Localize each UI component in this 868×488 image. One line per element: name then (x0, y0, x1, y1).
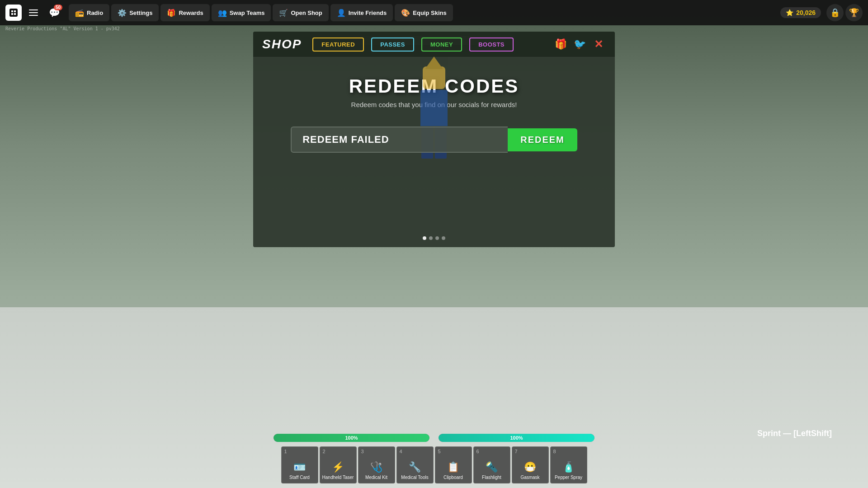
shop-header: SHOP FEATURED PASSES MONEY BOOSTS 🎁 🐦 ✕ (253, 32, 615, 57)
staff-card-label: Staff Card (289, 475, 310, 480)
clipboard-icon: 📋 (447, 461, 459, 473)
redeem-input[interactable] (291, 127, 508, 153)
inv-slot-4[interactable]: 4 🔧 Medical Tools (396, 446, 434, 483)
handheld-taser-label: Handheld Taser (322, 475, 354, 480)
inv-slot-2[interactable]: 2 ⚡ Handheld Taser (320, 446, 357, 483)
trophy-button[interactable]: 🏆 (845, 4, 863, 21)
tab-boosts[interactable]: BOOSTS (469, 38, 514, 52)
armor-bar: 100% (439, 434, 594, 442)
slot-number-1: 1 (284, 449, 287, 454)
slot-number-6: 6 (476, 449, 479, 454)
slot-number-4: 4 (400, 449, 402, 454)
staff-card-icon: 🪪 (293, 461, 306, 473)
armor-bar-text: 100% (510, 435, 523, 441)
flashlight-label: Flashlight (482, 475, 501, 480)
clipboard-label: Clipboard (443, 475, 463, 480)
twitter-button[interactable]: 🐦 (572, 37, 587, 52)
dot-1[interactable] (423, 236, 426, 240)
slot-number-3: 3 (361, 449, 364, 454)
svg-rect-2 (14, 10, 16, 12)
gasmask-icon: 😷 (524, 461, 536, 473)
svg-rect-0 (9, 9, 18, 17)
svg-rect-4 (14, 13, 16, 15)
swap-teams-button[interactable]: 👥 Swap Teams (212, 4, 271, 21)
lock-icon: 🔒 (830, 8, 840, 18)
radio-icon: 📻 (75, 9, 84, 17)
invite-friends-button[interactable]: 👤 Invite Friends (330, 4, 393, 21)
svg-rect-1 (11, 10, 13, 12)
tab-featured[interactable]: FEATURED (312, 38, 364, 52)
close-button[interactable]: ✕ (591, 37, 606, 52)
inv-slot-7[interactable]: 7 😷 Gasmask (512, 446, 549, 483)
dot-4[interactable] (442, 236, 445, 240)
bottom-hud: 100% 100% 1 🪪 Staff Card 2 ⚡ Handheld Ta… (264, 434, 604, 488)
medical-kit-icon: 🩺 (370, 461, 382, 473)
dot-2[interactable] (429, 236, 433, 240)
twitter-icon: 🐦 (574, 38, 586, 50)
modal-body: REDEEM CODES Redeem codes that you find … (253, 57, 615, 247)
tab-money[interactable]: MONEY (421, 38, 462, 52)
health-bar: 100% (274, 434, 429, 442)
shop-icon: 🛒 (279, 9, 288, 17)
rewards-button[interactable]: 🎁 Rewards (160, 4, 209, 21)
flashlight-icon: 🔦 (486, 461, 498, 473)
radio-button[interactable]: 📻 Radio (69, 4, 109, 21)
tab-passes[interactable]: PASSES (371, 38, 414, 52)
pepper-spray-label: Pepper Spray (555, 475, 582, 480)
sprint-hint: Sprint — [LeftShift] (757, 429, 832, 438)
inv-slot-1[interactable]: 1 🪪 Staff Card (281, 446, 318, 483)
svg-rect-3 (11, 13, 13, 15)
menu-button[interactable] (25, 5, 42, 21)
settings-button[interactable]: ⚙️ Settings (111, 4, 159, 21)
gasmask-label: Gasmask (520, 475, 539, 480)
open-shop-button[interactable]: 🛒 Open Shop (273, 4, 328, 21)
dot-3[interactable] (435, 236, 439, 240)
slot-number-8: 8 (553, 449, 556, 454)
navbar: 💬 50 📻 Radio ⚙️ Settings 🎁 Rewards 👥 Swa… (0, 0, 868, 25)
swap-teams-icon: 👥 (218, 9, 227, 17)
inv-slot-6[interactable]: 6 🔦 Flashlight (473, 446, 510, 483)
shop-header-actions: 🎁 🐦 ✕ (553, 37, 606, 52)
shop-modal: SHOP FEATURED PASSES MONEY BOOSTS 🎁 🐦 ✕ (253, 32, 615, 247)
medical-tools-label: Medical Tools (401, 475, 428, 480)
redeem-row: REDEEM (267, 127, 601, 153)
rewards-icon: 🎁 (167, 9, 176, 17)
shop-title: SHOP (262, 37, 302, 52)
skins-icon: 🎨 (401, 9, 410, 17)
redeem-button[interactable]: REDEEM (508, 128, 577, 151)
equip-skins-button[interactable]: 🎨 Equip Skins (395, 4, 453, 21)
trophy-icon: 🏆 (849, 8, 859, 18)
currency-display: ⭐ 20,026 (780, 7, 821, 18)
slot-number-7: 7 (515, 449, 518, 454)
version-text: Reverie Productions "AL" Version 1 - pv3… (5, 26, 120, 31)
inventory: 1 🪪 Staff Card 2 ⚡ Handheld Taser 3 🩺 Me… (264, 446, 604, 483)
health-bar-text: 100% (345, 435, 358, 441)
slot-number-5: 5 (438, 449, 441, 454)
gift-icon: 🎁 (555, 38, 567, 50)
notification-badge: 50 (54, 5, 62, 10)
settings-icon: ⚙️ (118, 9, 127, 17)
lock-button[interactable]: 🔒 (826, 4, 844, 21)
pagination-dots (423, 236, 445, 240)
medical-kit-label: Medical Kit (365, 475, 387, 480)
close-icon: ✕ (594, 38, 603, 51)
invite-icon: 👤 (337, 9, 346, 17)
health-bars: 100% 100% (264, 434, 604, 442)
currency-amount: 20,026 (796, 9, 816, 16)
notifications-button[interactable]: 💬 50 (45, 4, 63, 22)
inv-slot-5[interactable]: 5 📋 Clipboard (435, 446, 472, 483)
pepper-spray-icon: 🧴 (562, 461, 575, 473)
inv-slot-3[interactable]: 3 🩺 Medical Kit (358, 446, 395, 483)
medical-tools-icon: 🔧 (409, 461, 421, 473)
inv-slot-8[interactable]: 8 🧴 Pepper Spray (550, 446, 587, 483)
handheld-taser-icon: ⚡ (332, 461, 344, 473)
currency-icon: ⭐ (786, 9, 793, 16)
roblox-logo (5, 5, 22, 21)
slot-number-2: 2 (323, 449, 326, 454)
gift-button[interactable]: 🎁 (553, 37, 568, 52)
